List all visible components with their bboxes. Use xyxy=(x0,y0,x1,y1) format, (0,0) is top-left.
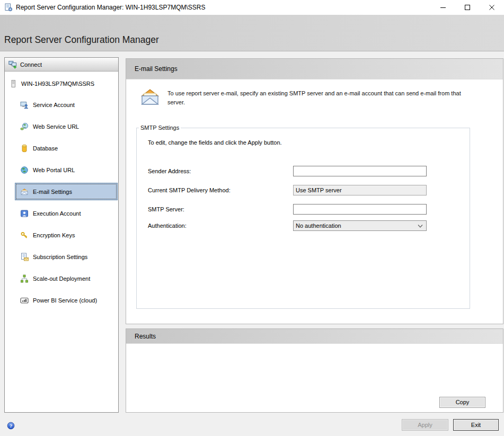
report-server-config-manager-window: { "window": { "title": "Report Server Co… xyxy=(0,0,504,436)
window-controls xyxy=(431,0,504,15)
svg-text:?: ? xyxy=(10,423,12,429)
sidebar-item-subscription-settings[interactable]: Subscription Settings xyxy=(15,248,118,265)
minimize-button[interactable] xyxy=(431,0,455,15)
web-portal-url-icon xyxy=(20,166,29,174)
sidebar-item-email-settings[interactable]: E-mail Settings xyxy=(15,183,118,200)
subscription-settings-icon xyxy=(20,253,29,261)
results-panel: Results Copy xyxy=(126,328,503,413)
authentication-selected-value: No authentication xyxy=(296,223,341,229)
copy-button[interactable]: Copy xyxy=(439,397,485,408)
panel-title: E-mail Settings xyxy=(126,59,503,79)
smtp-server-input[interactable] xyxy=(293,204,427,215)
sidebar-item-web-portal-url[interactable]: Web Portal URL xyxy=(15,161,118,179)
server-label: WIN-1H93LSP7MQM\SSRS xyxy=(21,81,94,87)
email-settings-icon xyxy=(20,188,29,196)
page-title: Report Server Configuration Manager xyxy=(4,34,159,46)
sidebar-item-database[interactable]: Database xyxy=(15,139,118,157)
execution-account-icon xyxy=(20,209,29,218)
panel-description: To use report server e-mail, specify an … xyxy=(167,89,478,106)
report-config-icon xyxy=(4,3,13,12)
sidebar-item-server[interactable]: WIN-1H93LSP7MQM\SSRS xyxy=(5,78,118,89)
encryption-keys-icon xyxy=(20,231,29,239)
authentication-label: Authentication: xyxy=(148,220,187,231)
smtp-server-label: SMTP Server: xyxy=(148,204,184,215)
smtp-group-title: SMTP Settings xyxy=(139,124,181,131)
scale-out-deployment-icon xyxy=(20,274,29,283)
authentication-select[interactable]: No authentication xyxy=(293,220,427,231)
sidebar-item-label: Database xyxy=(33,145,58,152)
sidebar-item-scale-out-deployment[interactable]: Scale-out Deployment xyxy=(15,270,118,287)
sender-address-label: Sender Address: xyxy=(148,166,191,176)
web-service-url-icon xyxy=(20,122,29,131)
sidebar-item-web-service-url[interactable]: Web Service URL xyxy=(15,118,118,135)
minimize-icon xyxy=(440,4,446,11)
sidebar-item-power-bi-service[interactable]: Power BI Service (cloud) xyxy=(15,291,118,309)
help-icon[interactable]: ? xyxy=(7,422,15,430)
sidebar-item-label: Subscription Settings xyxy=(33,254,87,260)
email-settings-panel: E-mail Settings To use report server e-m… xyxy=(126,58,503,324)
maximize-button[interactable] xyxy=(455,0,480,15)
power-bi-icon xyxy=(20,296,29,305)
connect-computers-icon xyxy=(8,60,17,69)
smtp-delivery-method-value: Use SMTP server xyxy=(293,185,427,195)
apply-button[interactable]: Apply xyxy=(402,419,448,431)
connect-button[interactable]: Connect xyxy=(5,58,118,72)
service-account-icon xyxy=(20,101,29,109)
sidebar-item-encryption-keys[interactable]: Encryption Keys xyxy=(15,226,118,244)
results-title: Results xyxy=(126,329,503,344)
sidebar-item-label: Web Service URL xyxy=(33,123,79,130)
sidebar-item-label: Web Portal URL xyxy=(33,167,75,173)
smtp-settings-group: SMTP Settings To edit, change the fields… xyxy=(136,124,470,309)
sidebar-item-execution-account[interactable]: Execution Account xyxy=(15,204,118,222)
server-icon xyxy=(9,79,17,88)
sidebar-item-label: E-mail Settings xyxy=(33,189,72,195)
sidebar-item-label: Execution Account xyxy=(33,210,81,217)
sidebar-item-service-account[interactable]: Service Account xyxy=(15,96,118,113)
window-title: Report Server Configuration Manager: WIN… xyxy=(16,4,205,11)
sidebar-item-label: Service Account xyxy=(33,102,75,108)
sidebar-item-label: Power BI Service (cloud) xyxy=(33,297,97,304)
maximize-icon xyxy=(464,4,471,11)
database-icon xyxy=(20,144,29,153)
titlebar: Report Server Configuration Manager: WIN… xyxy=(0,0,504,15)
sidebar: Connect WIN-1H93LSP7MQM\SSRS Service Acc… xyxy=(4,57,119,413)
connect-label: Connect xyxy=(20,61,42,68)
close-icon xyxy=(489,4,495,11)
sidebar-nav: Service Account Web Service URL Database xyxy=(5,96,118,309)
sender-address-input[interactable] xyxy=(293,166,427,176)
smtp-instruction: To edit, change the fields and click the… xyxy=(148,139,282,146)
chevron-down-icon xyxy=(418,225,423,228)
smtp-delivery-method-label: Current SMTP Delivery Method: xyxy=(148,185,231,195)
app-banner: Report Server Configuration Manager xyxy=(0,15,504,51)
sidebar-item-label: Scale-out Deployment xyxy=(33,275,90,282)
close-button[interactable] xyxy=(480,0,504,15)
open-envelope-icon xyxy=(139,86,161,108)
sidebar-item-label: Encryption Keys xyxy=(33,232,75,238)
exit-button[interactable]: Exit xyxy=(453,419,499,431)
